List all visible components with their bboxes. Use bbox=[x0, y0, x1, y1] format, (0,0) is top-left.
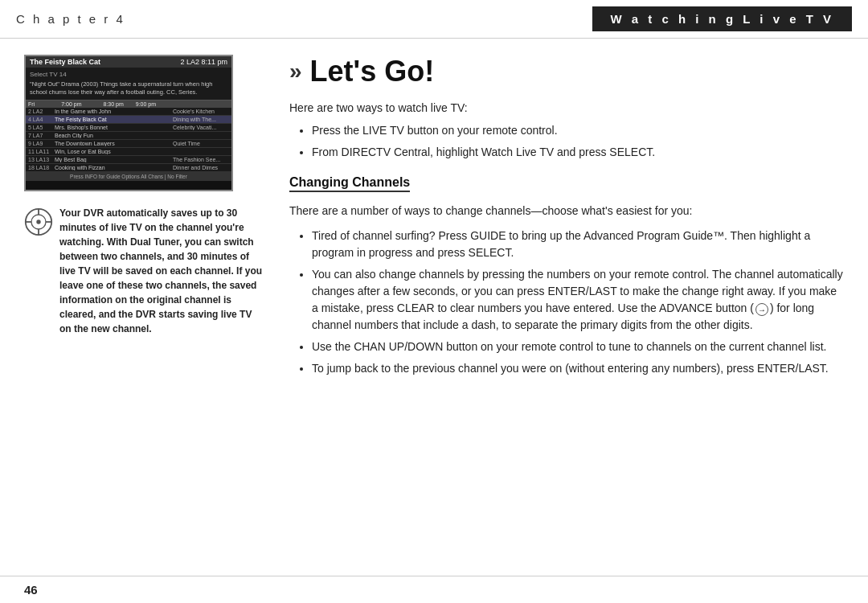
right-column: » Let's Go! Here are two ways to watch l… bbox=[289, 55, 844, 392]
tv-desc-text: "Night Out" Drama (2003) Things take a s… bbox=[30, 80, 227, 96]
tv-guide-rows: 2 LA2 In the Game with John Cookie's Kit… bbox=[26, 108, 231, 172]
note-text: Your DVR automatically saves up to 30 mi… bbox=[59, 206, 265, 336]
page-title: » Let's Go! bbox=[289, 55, 844, 88]
tv-guide-row: 4 LA4 The Feisty Black Cat Dining with T… bbox=[26, 116, 231, 124]
main-content: The Feisty Black Cat 2 LA2 8:11 pm Selec… bbox=[0, 39, 868, 408]
chapter-label: C h a p t e r 4 bbox=[16, 12, 125, 26]
section-bullets: Tired of channel surfing? Press GUIDE to… bbox=[312, 228, 844, 377]
list-item: Tired of channel surfing? Press GUIDE to… bbox=[312, 228, 844, 261]
svg-point-6 bbox=[36, 219, 40, 224]
section-intro: There are a number of ways to change cha… bbox=[289, 202, 844, 219]
tv-channel-info: 2 LA2 8:11 pm bbox=[180, 58, 227, 66]
page-footer: 46 bbox=[0, 576, 868, 603]
section-heading: Changing Channels bbox=[289, 175, 410, 192]
intro-text: Here are two ways to watch live TV: bbox=[289, 101, 844, 114]
list-item: To jump back to the previous channel you… bbox=[312, 360, 844, 377]
list-item: Use the CHAN UP/DOWN button on your remo… bbox=[312, 338, 844, 355]
tv-screenshot: The Feisty Black Cat 2 LA2 8:11 pm Selec… bbox=[24, 55, 233, 191]
list-item: You can also change channels by pressing… bbox=[312, 266, 844, 334]
tv-guide-header: Fri 7:00 pm 8:30 pm 9:00 pm bbox=[26, 100, 231, 108]
tv-guide-row: 9 LA9 The Downtown Lawyers Quiet Time bbox=[26, 140, 231, 148]
title-text: Let's Go! bbox=[310, 55, 435, 88]
page-number: 46 bbox=[24, 583, 38, 597]
tv-guide-row: 2 LA2 In the Game with John Cookie's Kit… bbox=[26, 108, 231, 116]
tv-top-bar: The Feisty Black Cat 2 LA2 8:11 pm bbox=[26, 56, 231, 68]
tv-select-label: Select TV 14 bbox=[30, 71, 227, 79]
dvr-icon bbox=[24, 207, 53, 236]
tv-show-title: The Feisty Black Cat bbox=[30, 58, 100, 66]
title-arrows: » bbox=[289, 59, 302, 84]
tv-guide-row: 13 LA13 My Best Bag The Fashion See... bbox=[26, 156, 231, 164]
page-header: C h a p t e r 4 W a t c h i n g L i v e … bbox=[0, 0, 868, 39]
tv-guide-row: 18 LA18 Cooking with Fizzan Dinner and D… bbox=[26, 164, 231, 172]
list-item: From DIRECTV Central, highlight Watch Li… bbox=[312, 144, 844, 161]
advance-icon: → bbox=[755, 303, 768, 316]
list-item: Press the LIVE TV button on your remote … bbox=[312, 122, 844, 139]
tv-guide-row: 11 LA11 Win, Lose or Eat Bugs bbox=[26, 148, 231, 156]
tv-description: Select TV 14 "Night Out" Drama (2003) Th… bbox=[26, 68, 231, 100]
tv-bottom-bar: Press INFO for Guide Options All Chans |… bbox=[26, 172, 231, 181]
note-box: Your DVR automatically saves up to 30 mi… bbox=[24, 206, 265, 336]
section-title: W a t c h i n g L i v e T V bbox=[592, 6, 852, 31]
left-column: The Feisty Black Cat 2 LA2 8:11 pm Selec… bbox=[24, 55, 265, 392]
tv-guide-row: 5 LA5 Mrs. Bishop's Bonnet Celebrity Vac… bbox=[26, 124, 231, 132]
intro-bullets: Press the LIVE TV button on your remote … bbox=[312, 122, 844, 161]
tv-guide-row: 7 LA7 Beach City Fun bbox=[26, 132, 231, 140]
